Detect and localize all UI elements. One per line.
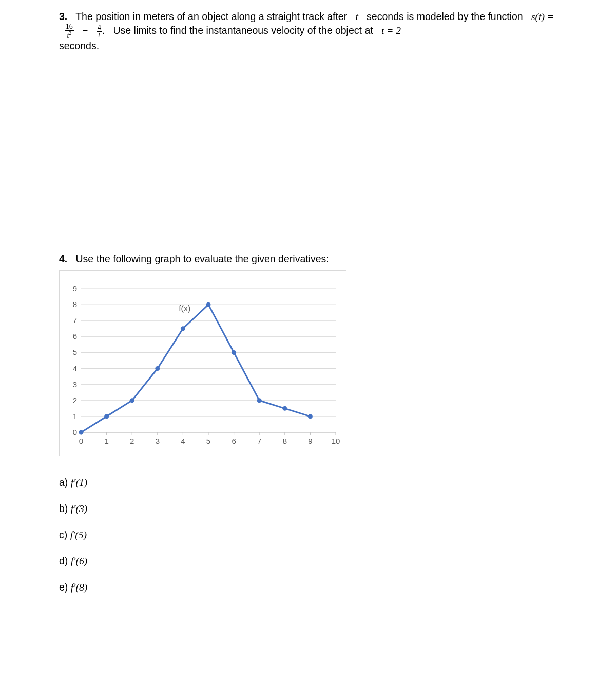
svg-text:2: 2 — [73, 395, 77, 404]
svg-text:7: 7 — [73, 316, 77, 325]
answers-list: a) f′(1) b) f′(3) c) f′(5) d) f′(6) e) f… — [59, 477, 557, 593]
fn-lhs: s(t) = — [531, 11, 554, 22]
chart-container: 0123456789012345678910f(x) — [59, 270, 346, 456]
svg-text:9: 9 — [73, 286, 77, 293]
eq-t2: t = 2 — [381, 25, 401, 36]
answer-d: d) f′(6) — [59, 555, 557, 567]
svg-point-48 — [206, 302, 211, 307]
answer-b: b) f′(3) — [59, 503, 557, 515]
svg-text:7: 7 — [257, 437, 261, 445]
svg-text:2: 2 — [130, 437, 134, 445]
fraction-2: 4 t — [97, 24, 102, 39]
line-chart: 0123456789012345678910f(x) — [66, 286, 341, 448]
fraction-1: 16 t2 — [65, 23, 74, 40]
problem-4: 4. Use the following graph to evaluate t… — [59, 253, 557, 266]
frac2-num: 4 — [97, 24, 102, 32]
svg-text:4: 4 — [73, 364, 77, 372]
svg-point-44 — [104, 414, 109, 419]
var-t: t — [355, 11, 358, 22]
svg-text:10: 10 — [332, 437, 340, 445]
problem-3-number: 3. — [59, 11, 67, 22]
svg-text:1: 1 — [73, 412, 77, 421]
problem-3-text-2: seconds is modeled by the function — [367, 11, 523, 22]
svg-text:8: 8 — [283, 437, 287, 445]
frac1-num: 16 — [65, 23, 74, 31]
svg-text:6: 6 — [73, 332, 77, 340]
problem-3: 3. The position in meters of an object a… — [59, 10, 557, 52]
problem-4-number: 4. — [59, 253, 67, 264]
problem-3-text-1: The position in meters of an object alon… — [75, 11, 347, 22]
svg-text:8: 8 — [73, 300, 77, 309]
svg-text:0: 0 — [79, 437, 83, 445]
svg-point-49 — [232, 350, 236, 355]
svg-text:1: 1 — [104, 437, 108, 445]
svg-point-43 — [79, 430, 84, 434]
svg-text:5: 5 — [73, 348, 77, 356]
svg-text:6: 6 — [232, 437, 236, 445]
svg-text:3: 3 — [73, 380, 77, 388]
svg-point-52 — [308, 414, 313, 419]
svg-text:5: 5 — [206, 437, 210, 445]
period: . — [102, 25, 105, 36]
answer-a: a) f′(1) — [59, 477, 557, 488]
frac1-den: t2 — [65, 31, 74, 40]
svg-text:4: 4 — [181, 437, 185, 445]
problem-3-text-end: seconds. — [59, 40, 99, 51]
answer-c: c) f′(5) — [59, 529, 557, 541]
svg-point-47 — [181, 326, 185, 331]
svg-text:9: 9 — [308, 437, 312, 445]
svg-text:3: 3 — [156, 437, 160, 445]
frac2-den: t — [97, 32, 102, 39]
svg-point-50 — [257, 398, 262, 403]
svg-point-51 — [282, 406, 287, 411]
problem-3-text-3: Use limits to find the instantaneous vel… — [113, 25, 373, 36]
answer-e: e) f′(8) — [59, 581, 557, 593]
svg-text:0: 0 — [73, 428, 77, 437]
minus-sign: − — [82, 25, 88, 36]
series-label: f(x) — [179, 304, 190, 312]
page-content: 3. The position in meters of an object a… — [0, 0, 616, 593]
problem-4-text: Use the following graph to evaluate the … — [76, 253, 329, 264]
svg-point-45 — [130, 398, 134, 403]
svg-point-46 — [155, 366, 160, 371]
